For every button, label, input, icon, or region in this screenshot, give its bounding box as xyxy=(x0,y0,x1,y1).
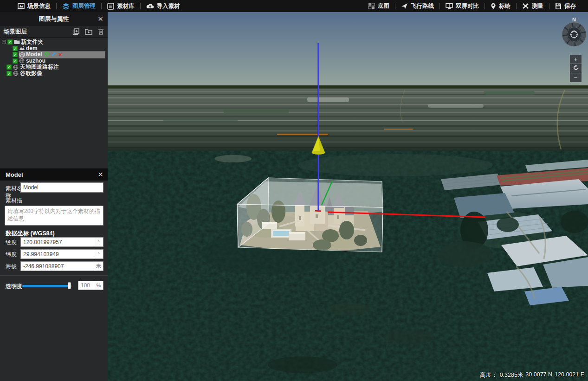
globe-icon xyxy=(13,71,19,76)
layer-row-model[interactable]: ✓ Model ✕ xyxy=(0,52,108,58)
locate-icon[interactable] xyxy=(44,52,49,58)
layer-row-tianditu[interactable]: ✓ 天地图道路标注 xyxy=(0,64,108,71)
layer-row-google[interactable]: ✓ 谷歌影像 xyxy=(0,71,108,77)
opacity-slider[interactable] xyxy=(22,285,71,287)
flight-route-icon xyxy=(401,3,408,9)
properties-title: Model xyxy=(6,171,23,178)
selected-layer-row[interactable]: Model ✕ xyxy=(19,52,105,58)
toolbar-item-flight-route[interactable]: 飞行路线 xyxy=(395,0,439,12)
toolbar-item-label: 保存 xyxy=(564,2,576,10)
model-icon xyxy=(19,52,25,58)
delete-icon[interactable]: ✕ xyxy=(58,52,63,57)
scene-info-icon xyxy=(18,3,25,9)
scene-layers-bar: 场景图层 xyxy=(0,26,108,38)
layer-row-folder[interactable]: − ✓ 新文件夹 xyxy=(0,39,108,45)
toolbar-item-label: 双屏对比 xyxy=(456,2,479,10)
layer-checkbox[interactable]: ✓ xyxy=(6,65,12,70)
altitude-status-value: 0.3285米 xyxy=(500,371,523,379)
layer-checkbox[interactable]: ✓ xyxy=(7,39,13,45)
status-bar: 高度： 0.3285米 30.0077 N 120.0021 E xyxy=(480,371,584,379)
opacity-slider-thumb[interactable] xyxy=(68,282,71,289)
trash-icon[interactable] xyxy=(98,28,104,35)
close-icon[interactable]: × xyxy=(98,168,103,181)
altitude-label: 海拔 xyxy=(6,263,20,271)
latitude-label: 纬度 xyxy=(6,251,20,258)
toolbar-item-material-library[interactable]: 素材库 xyxy=(102,0,140,12)
layer-row-suzhou[interactable]: ✓ suzhou xyxy=(0,58,108,65)
toolbar-item-label: 场景信息 xyxy=(27,2,51,10)
toolbar-item-basemap[interactable]: 底图 xyxy=(362,0,395,12)
zoom-in-button[interactable]: + xyxy=(570,55,582,64)
folder-icon xyxy=(14,39,20,45)
altitude-input[interactable] xyxy=(21,262,94,271)
longitude-status-value: 120.0021 E xyxy=(555,371,584,379)
toolbar-item-import-material[interactable]: 导入素材 xyxy=(141,0,186,12)
longitude-unit: ° xyxy=(94,238,103,246)
latitude-status-value: 30.0077 N xyxy=(525,371,552,379)
new-folder-icon[interactable] xyxy=(85,28,92,35)
layer-checkbox[interactable]: ✓ xyxy=(6,71,12,76)
basemap-icon xyxy=(368,3,375,9)
material-name-input[interactable] xyxy=(20,182,103,193)
collapse-toggle-icon[interactable]: − xyxy=(2,40,6,44)
toolbar-item-scene-info[interactable]: 场景信息 xyxy=(12,0,56,12)
zoom-out-button[interactable]: − xyxy=(570,73,582,82)
terrain-icon xyxy=(19,45,25,51)
latitude-unit: ° xyxy=(94,250,103,258)
close-icon[interactable]: × xyxy=(98,13,103,25)
longitude-label: 经度 xyxy=(6,239,20,246)
layer-row-dem[interactable]: ✓ dem xyxy=(0,45,108,52)
import-material-icon xyxy=(146,3,154,9)
scene-graphic xyxy=(108,12,588,381)
layer-label: 谷歌影像 xyxy=(20,71,42,77)
layer-label: Model xyxy=(26,52,42,58)
longitude-input[interactable] xyxy=(21,238,94,246)
opacity-input[interactable] xyxy=(78,281,94,290)
toolbar-item-plot[interactable]: 标绘 xyxy=(485,0,516,12)
toolbar-item-split-screen[interactable]: 双屏对比 xyxy=(440,0,485,12)
toolbar-item-label: 底图 xyxy=(378,2,389,10)
reset-view-button[interactable] xyxy=(570,64,582,73)
properties-header: Model × xyxy=(0,168,108,181)
layer-checkbox[interactable]: ✓ xyxy=(13,52,18,57)
measure-icon xyxy=(522,3,529,9)
toolbar-item-layer-manage[interactable]: 图层管理 xyxy=(57,0,101,12)
edit-icon[interactable] xyxy=(51,52,56,58)
refresh-icon xyxy=(573,65,579,72)
top-toolbar: 场景信息 图层管理 素材库 导入素材 底图 飞行路线 双屏对比 xyxy=(0,0,588,12)
latitude-field: ° xyxy=(20,249,103,259)
globe-icon xyxy=(19,58,25,64)
plot-icon xyxy=(491,3,496,9)
zoom-controls: + − xyxy=(570,55,582,82)
toolbar-item-label: 测量 xyxy=(532,2,543,10)
material-desc-textarea[interactable] xyxy=(5,206,103,226)
layers-panel: 图层与属性 × 场景图层 − ✓ 新文件夹 ✓ dem ✓ Mode xyxy=(0,12,108,381)
scene-viewport[interactable]: N + − 高度： 0.3285米 30.0077 N 120.0021 E xyxy=(108,12,588,381)
layers-panel-title: 图层与属性 xyxy=(39,15,69,23)
toolbar-item-measure[interactable]: 测量 xyxy=(517,0,549,12)
toolbar-item-save[interactable]: 保存 xyxy=(549,0,582,12)
layer-checkbox[interactable]: ✓ xyxy=(13,46,18,51)
add-layer-icon[interactable] xyxy=(72,28,79,35)
toolbar-item-label: 标绘 xyxy=(499,2,510,10)
material-desc-label: 素材描述 xyxy=(6,197,26,204)
layer-checkbox[interactable]: ✓ xyxy=(13,58,18,64)
altitude-field: 米 xyxy=(20,261,103,271)
latitude-input[interactable] xyxy=(21,250,94,258)
toolbar-item-label: 素材库 xyxy=(117,2,135,10)
toolbar-item-label: 图层管理 xyxy=(72,2,96,10)
layer-label: dem xyxy=(26,45,38,52)
layer-tree: − ✓ 新文件夹 ✓ dem ✓ Model ✕ xyxy=(0,38,108,77)
altitude-unit: 米 xyxy=(94,262,103,271)
compass-north-label: N xyxy=(572,17,576,22)
split-screen-icon xyxy=(446,3,453,9)
layer-label: suzhou xyxy=(26,58,45,65)
compass[interactable]: N xyxy=(561,16,588,47)
coords-section-title: 数据坐标 (WGS84) xyxy=(6,230,55,238)
layer-label: 新文件夹 xyxy=(21,39,43,45)
layer-manage-icon xyxy=(62,3,70,10)
opacity-field: % xyxy=(78,281,103,290)
toolbar-left-group: 场景信息 图层管理 素材库 导入素材 xyxy=(0,0,186,12)
scene-layers-title: 场景图层 xyxy=(4,28,27,36)
toolbar-item-label: 导入素材 xyxy=(157,2,180,10)
